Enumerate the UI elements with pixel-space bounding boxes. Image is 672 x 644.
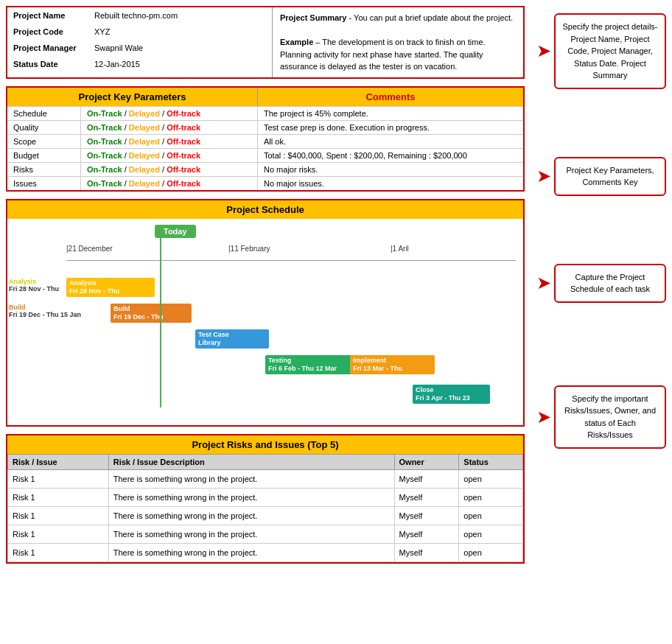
risks-cell-owner: Myself — [394, 506, 459, 525]
param-status: On-Track / Delayed / Off-track — [81, 135, 258, 148]
project-name-label: Project Name — [7, 7, 88, 24]
risks-section: Project Risks and Issues (Top 5) Risk / … — [6, 434, 525, 564]
callout-arrow-2: ➤ — [536, 273, 551, 293]
key-params-title: Project Key Parameters — [7, 88, 258, 106]
key-params-section: Project Key Parameters Comments Schedule… — [6, 86, 525, 192]
gantt-task-bar: AnalysisFri 28 Nov - Thu — [66, 278, 155, 297]
today-button: Today — [155, 225, 196, 238]
right-panel: ➤Specify the project details- Project Na… — [531, 0, 672, 577]
schedule-body: Today |21 December|11 February|1 ArilAna… — [7, 219, 523, 425]
comments-title: Comments — [258, 88, 523, 106]
risks-cell-risk: Risk 1 — [8, 469, 109, 488]
param-comment: Total : $400,000, Spent : $200,00, Remai… — [258, 149, 523, 162]
param-comment: No major risks. — [258, 163, 523, 176]
key-params-body: Schedule On-Track / Delayed / Off-track … — [7, 106, 523, 190]
callout-box-2: Capture the Project Schedule of each tas… — [554, 264, 666, 303]
callout-box-1: Project Key Parameters, Comments Key — [554, 157, 666, 196]
risks-cell-owner: Myself — [394, 543, 459, 561]
risks-row: Risk 1There is something wrong in the pr… — [8, 506, 523, 525]
project-name-value: Rebuilt techno-pm.com — [88, 7, 272, 24]
project-summary: Project Summary - You can put a brief up… — [273, 7, 523, 77]
timeline-line — [66, 260, 516, 261]
callout-box-3: Specify the important Risks/Issues, Owne… — [554, 385, 666, 449]
summary-text: - You can put a brief update about the p… — [346, 13, 513, 22]
param-row: Scope On-Track / Delayed / Off-track All… — [7, 134, 523, 148]
project-details-section: Project Name Rebuilt techno-pm.com Proje… — [6, 6, 525, 79]
param-name: Risks — [7, 163, 81, 176]
param-status: On-Track / Delayed / Off-track — [81, 149, 258, 162]
example-label: Example — [280, 38, 313, 46]
param-name: Quality — [7, 121, 81, 134]
param-comment: All ok. — [258, 135, 523, 148]
risks-cell-owner: Myself — [394, 488, 459, 506]
param-row: Risks On-Track / Delayed / Off-track No … — [7, 162, 523, 176]
risks-cell-description: There is something wrong in the project. — [108, 543, 394, 561]
risks-column-header: Status — [459, 454, 523, 469]
risks-cell-risk: Risk 1 — [8, 525, 109, 543]
risks-cell-status: open — [459, 469, 523, 488]
risks-column-header: Risk / Issue — [8, 454, 109, 469]
timeline-label: |11 February — [228, 245, 270, 253]
risks-column-header: Risk / Issue Description — [108, 454, 394, 469]
param-comment: Test case prep is done. Execution in pro… — [258, 121, 523, 134]
risks-row: Risk 1There is something wrong in the pr… — [8, 488, 523, 506]
param-row: Budget On-Track / Delayed / Off-track To… — [7, 148, 523, 162]
param-row: Schedule On-Track / Delayed / Off-track … — [7, 106, 523, 120]
build-label: BuildFri 19 Dec - Thu 15 Jan — [9, 304, 81, 318]
callout-wrapper-1: ➤Project Key Parameters, Comments Key — [536, 157, 666, 196]
risks-title: Project Risks and Issues (Top 5) — [7, 435, 523, 454]
param-row: Issues On-Track / Delayed / Off-track No… — [7, 176, 523, 190]
risks-cell-status: open — [459, 506, 523, 525]
today-bar — [160, 238, 161, 407]
risks-row: Risk 1There is something wrong in the pr… — [8, 525, 523, 543]
gantt-task-bar: CloseFri 3 Apr - Thu 23 — [413, 385, 490, 404]
status-date-label: Status Date — [7, 56, 88, 72]
risks-cell-owner: Myself — [394, 469, 459, 488]
param-name: Scope — [7, 135, 81, 148]
callout-arrow-1: ➤ — [536, 166, 551, 186]
risks-table: Risk / IssueRisk / Issue DescriptionOwne… — [7, 454, 523, 562]
callout-wrapper-0: ➤Specify the project details- Project Na… — [536, 13, 666, 89]
param-status: On-Track / Delayed / Off-track — [81, 107, 258, 120]
risks-cell-status: open — [459, 543, 523, 561]
project-code-label: Project Code — [7, 24, 88, 40]
schedule-section: Project Schedule Today |21 December|11 F… — [6, 199, 525, 427]
risks-cell-owner: Myself — [394, 525, 459, 543]
risks-cell-description: There is something wrong in the project. — [108, 469, 394, 488]
risks-cell-risk: Risk 1 — [8, 506, 109, 525]
project-code-value: XYZ — [88, 24, 272, 40]
param-status: On-Track / Delayed / Off-track — [81, 121, 258, 134]
param-comment: The project is 45% complete. — [258, 107, 523, 120]
project-manager-label: Project Manager — [7, 40, 88, 56]
risks-cell-status: open — [459, 488, 523, 506]
gantt-task-bar: BuildFri 19 Dec - Thu15 Jan — [111, 304, 192, 323]
risks-cell-description: There is something wrong in the project. — [108, 506, 394, 525]
param-status: On-Track / Delayed / Off-track — [81, 163, 258, 176]
gantt-task-bar: ImplementFri 13 Mar - Thu — [350, 355, 435, 374]
callout-wrapper-2: ➤Capture the Project Schedule of each ta… — [536, 264, 666, 303]
param-name: Issues — [7, 177, 81, 190]
param-row: Quality On-Track / Delayed / Off-track T… — [7, 120, 523, 134]
risks-cell-risk: Risk 1 — [8, 543, 109, 561]
param-name: Budget — [7, 149, 81, 162]
timeline-label: |21 December — [66, 245, 113, 253]
risks-cell-description: There is something wrong in the project. — [108, 525, 394, 543]
risks-row: Risk 1There is something wrong in the pr… — [8, 469, 523, 488]
param-comment: No major issues. — [258, 177, 523, 190]
risks-cell-status: open — [459, 525, 523, 543]
risks-column-header: Owner — [394, 454, 459, 469]
timeline-label: |1 Aril — [391, 245, 409, 253]
param-status: On-Track / Delayed / Off-track — [81, 177, 258, 190]
risks-cell-description: There is something wrong in the project. — [108, 488, 394, 506]
analysis-label: AnalysisFri 28 Nov - Thu — [9, 278, 59, 293]
schedule-title: Project Schedule — [7, 200, 523, 219]
project-manager-value: Swapnil Wale — [88, 40, 272, 56]
callout-box-0: Specify the project details- Project Nam… — [554, 13, 666, 89]
risks-cell-risk: Risk 1 — [8, 488, 109, 506]
status-date-value: 12-Jan-2015 — [88, 56, 272, 72]
callout-arrow-0: ➤ — [536, 41, 551, 61]
callout-wrapper-3: ➤Specify the important Risks/Issues, Own… — [536, 385, 666, 449]
gantt-task-bar: Test CaseLibrary — [195, 329, 269, 349]
summary-title: Project Summary — [280, 13, 346, 22]
param-name: Schedule — [7, 107, 81, 120]
